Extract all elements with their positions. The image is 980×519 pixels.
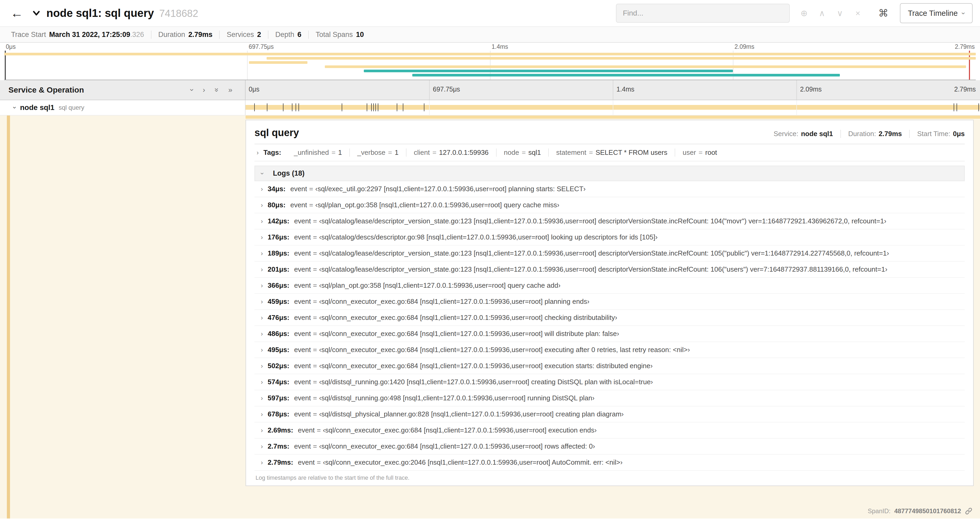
- summary-item-label: Depth: [275, 30, 294, 38]
- log-expand-icon[interactable]: ›: [261, 217, 263, 225]
- find-next-icon[interactable]: ∨: [835, 8, 845, 18]
- logs-collapse-icon[interactable]: ›: [259, 172, 266, 174]
- span-id-value: 4877749850101760812: [894, 508, 961, 515]
- log-value: ‹sql/catalog/lease/descriptor_version_st…: [319, 265, 887, 273]
- log-expand-icon[interactable]: ›: [261, 363, 263, 370]
- keyboard-shortcuts-icon[interactable]: ⌘: [872, 7, 895, 19]
- log-row[interactable]: ›2.7ms:event=‹sql/conn_executor_exec.go:…: [255, 439, 965, 455]
- log-row[interactable]: ›189μs:event=‹sql/catalog/lease/descript…: [255, 246, 965, 262]
- span-meta-value: 0μs: [953, 130, 965, 138]
- log-value: ‹sql/conn_executor_exec.go:684 [nsql1,cl…: [323, 426, 597, 434]
- log-key: event: [294, 410, 311, 418]
- minimap-span: [364, 70, 733, 72]
- log-expand-icon[interactable]: ›: [261, 459, 263, 466]
- log-marker: [397, 103, 397, 111]
- log-row[interactable]: ›366μs:event=‹sql/plan_opt.go:358 [nsql1…: [255, 278, 965, 294]
- log-expand-icon[interactable]: ›: [261, 443, 263, 450]
- tags-expand-icon[interactable]: ›: [256, 149, 259, 156]
- collapse-all-icon[interactable]: »: [213, 88, 221, 92]
- log-message: event=‹sql/catalog/descs/descriptor.go:9…: [294, 233, 657, 241]
- log-expand-icon[interactable]: ›: [261, 185, 263, 193]
- minimap-tick-label: 0μs: [4, 43, 16, 50]
- trace-view-select[interactable]: Trace Timeline ›: [900, 3, 973, 23]
- log-expand-icon[interactable]: ›: [261, 234, 263, 241]
- log-row[interactable]: ›201μs:event=‹sql/catalog/lease/descript…: [255, 262, 965, 278]
- log-expand-icon[interactable]: ›: [261, 330, 263, 338]
- log-key: event: [294, 362, 311, 370]
- log-equals: =: [311, 313, 319, 321]
- log-message: event=‹sql/exec_util.go:2297 [nsql1,clie…: [290, 185, 585, 193]
- log-expand-icon[interactable]: ›: [261, 282, 263, 289]
- log-timestamp: 142μs:: [268, 217, 289, 225]
- log-expand-icon[interactable]: ›: [261, 201, 263, 209]
- timeline-row-gridline: [429, 100, 430, 115]
- clear-find-icon[interactable]: ×: [853, 8, 862, 18]
- span-meta-item: Start Time:0μs: [909, 130, 965, 138]
- log-value: ‹sql/conn_executor_exec.go:684 [nsql1,cl…: [319, 442, 595, 450]
- log-marker: [375, 103, 376, 111]
- log-marker: [373, 103, 374, 111]
- collapse-trace-chevron-icon[interactable]: [32, 8, 41, 18]
- log-row[interactable]: ›574μs:event=‹sql/distsql_running.go:142…: [255, 374, 965, 390]
- log-expand-icon[interactable]: ›: [261, 346, 263, 354]
- find-input[interactable]: [616, 4, 790, 23]
- tags-row[interactable]: › Tags: _unfinished=1_verbose=1client=12…: [255, 144, 965, 161]
- log-row[interactable]: ›597μs:event=‹sql/distsql_running.go:498…: [255, 390, 965, 406]
- expand-one-icon[interactable]: ›: [203, 86, 205, 94]
- log-expand-icon[interactable]: ›: [261, 250, 263, 257]
- log-row[interactable]: ›2.79ms:event=‹sql/conn_executor_exec.go…: [255, 455, 965, 471]
- log-expand-icon[interactable]: ›: [261, 266, 263, 273]
- log-timestamp: 80μs:: [268, 201, 286, 209]
- logs-header[interactable]: › Logs (18): [255, 166, 965, 181]
- log-message: event=‹sql/conn_executor_exec.go:2046 [n…: [298, 458, 622, 466]
- focus-icon[interactable]: ⊕: [799, 8, 809, 18]
- tag-key: node: [504, 149, 519, 156]
- minimap-canvas[interactable]: [4, 51, 976, 80]
- log-expand-icon[interactable]: ›: [261, 298, 263, 305]
- tag-key: _unfinished: [294, 149, 329, 156]
- log-expand-icon[interactable]: ›: [261, 410, 263, 418]
- log-row[interactable]: ›476μs:event=‹sql/conn_executor_exec.go:…: [255, 310, 965, 326]
- log-row[interactable]: ›502μs:event=‹sql/conn_executor_exec.go:…: [255, 358, 965, 374]
- log-row[interactable]: ›34μs:event=‹sql/exec_util.go:2297 [nsql…: [255, 181, 965, 197]
- log-equals: =: [311, 394, 319, 402]
- log-row[interactable]: ›176μs:event=‹sql/catalog/descs/descript…: [255, 230, 965, 246]
- log-timestamp: 495μs:: [268, 346, 289, 354]
- log-row[interactable]: ›459μs:event=‹sql/conn_executor_exec.go:…: [255, 294, 965, 310]
- log-row[interactable]: ›495μs:event=‹sql/conn_executor_exec.go:…: [255, 342, 965, 358]
- page-title: node sql1: sql query 7418682: [46, 7, 198, 19]
- span-detail-header[interactable]: sql query Service:node sql1Duration:2.79…: [255, 125, 965, 144]
- back-button[interactable]: ←: [7, 4, 26, 23]
- log-expand-icon[interactable]: ›: [261, 378, 263, 386]
- log-timestamp: 476μs:: [268, 313, 289, 322]
- span-collapse-icon[interactable]: ›: [11, 107, 18, 109]
- log-equals: =: [311, 297, 319, 305]
- log-row[interactable]: ›2.69ms:event=‹sql/conn_executor_exec.go…: [255, 423, 965, 439]
- log-row[interactable]: ›80μs:event=‹sql/plan_opt.go:358 [nsql1,…: [255, 197, 965, 213]
- log-message: event=‹sql/conn_executor_exec.go:684 [ns…: [294, 313, 617, 322]
- tag-item: client=127.0.0.1:59936: [406, 149, 496, 156]
- log-message: event=‹sql/catalog/lease/descriptor_vers…: [294, 265, 887, 273]
- collapse-one-icon[interactable]: ›: [188, 89, 196, 91]
- find-prev-icon[interactable]: ∧: [817, 8, 827, 18]
- span-meta-value: 2.79ms: [878, 130, 902, 138]
- log-expand-icon[interactable]: ›: [261, 314, 263, 321]
- summary-item-label: Duration: [158, 30, 185, 38]
- log-row[interactable]: ›678μs:event=‹sql/distsql_physical_plann…: [255, 406, 965, 423]
- chevron-down-icon: ›: [959, 12, 967, 14]
- summary-item-value: 2.79ms: [188, 30, 213, 38]
- trace-timeline-page: ← node sql1: sql query 7418682 ⊕ ∧ ∨ × ⌘…: [0, 0, 980, 519]
- timeline-tick-label: 697.75μs: [429, 80, 460, 100]
- span-bar-container[interactable]: [245, 100, 980, 115]
- deep-link-icon[interactable]: [965, 507, 973, 515]
- log-row[interactable]: ›142μs:event=‹sql/catalog/lease/descript…: [255, 213, 965, 230]
- log-expand-icon[interactable]: ›: [261, 427, 263, 434]
- log-equals: =: [311, 217, 319, 225]
- log-expand-icon[interactable]: ›: [261, 394, 263, 402]
- expand-all-icon[interactable]: »: [228, 86, 232, 94]
- span-row-label[interactable]: › node sql1 sql query: [0, 100, 245, 115]
- log-key: event: [294, 233, 311, 241]
- timeline-grid-header: Service & Operation › › » » 0μs697.75μs1…: [0, 80, 980, 100]
- span-id-bar: SpanID: 4877749850101760812: [868, 504, 973, 519]
- log-row[interactable]: ›486μs:event=‹sql/conn_executor_exec.go:…: [255, 326, 965, 342]
